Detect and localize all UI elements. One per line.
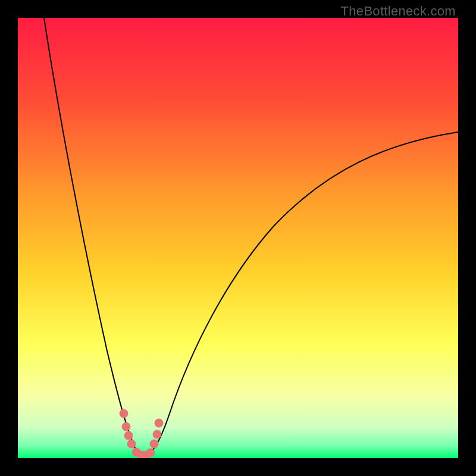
marker-group [120, 409, 163, 458]
watermark-text: TheBottleneck.com [341, 4, 456, 19]
plot-area [18, 18, 458, 458]
chart-frame: TheBottleneck.com [0, 0, 476, 476]
marker-dot [122, 422, 130, 431]
marker-dot [120, 409, 128, 418]
marker-dot [155, 419, 163, 427]
marker-dot [153, 430, 161, 439]
marker-dot [150, 440, 158, 448]
bottleneck-curve-right [143, 132, 458, 457]
curve-layer [18, 18, 458, 458]
bottleneck-curve-left [44, 18, 143, 457]
marker-dot [127, 440, 136, 448]
marker-dot [124, 431, 133, 440]
marker-dot [146, 449, 155, 457]
